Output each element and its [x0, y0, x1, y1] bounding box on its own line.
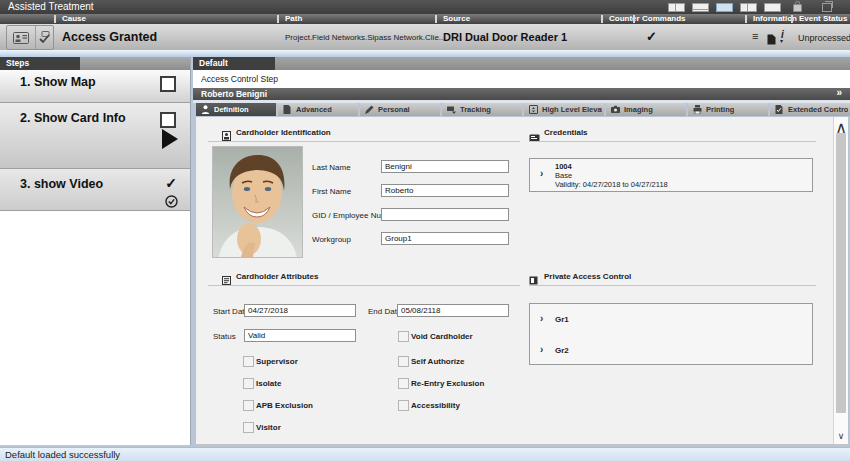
visitor-checkbox[interactable] [243, 422, 254, 433]
step-item-show-map[interactable]: 1. Show Map [0, 70, 190, 103]
layout-blank-icon[interactable] [764, 3, 781, 12]
isolate-label: Isolate [256, 379, 281, 388]
column-separator [745, 15, 747, 23]
workgroup-input[interactable] [381, 232, 509, 245]
cardholder-header-bar: Roberto Benigni » [193, 88, 850, 100]
status-message: Default loaded successfully [5, 449, 120, 460]
pencil-icon [365, 105, 374, 116]
step-item-show-card-info[interactable]: 2. Show Card Info [0, 103, 190, 169]
column-counter: Counter [609, 14, 640, 23]
steps-panel: Steps 1. Show Map 2. Show Card Info 3. s… [0, 57, 191, 445]
access-group-gr2[interactable]: Gr2 [555, 346, 569, 355]
start-date-input[interactable] [244, 304, 356, 317]
layout-single-active-icon[interactable] [716, 3, 733, 12]
credential-card[interactable]: › 1004 Base Validity: 04/27/2018 to 04/2… [529, 158, 813, 192]
supervisor-checkbox[interactable] [243, 356, 254, 367]
layout-bottom-icon[interactable] [692, 3, 709, 12]
tab-printing[interactable]: Printing [688, 103, 768, 116]
tab-extended-control[interactable]: Extended Control [770, 103, 850, 116]
credential-validity: Validity: 04/27/2018 to 04/27/2118 [555, 180, 668, 189]
printer-icon [693, 105, 702, 116]
step-item-show-video[interactable]: 3. show Video ✓ [0, 169, 190, 211]
information-dropdown-icon[interactable]: ▾ [780, 37, 783, 44]
tab-definition[interactable]: Definition [196, 103, 276, 116]
layout-columns-icon[interactable] [740, 3, 757, 12]
self-authorize-checkbox[interactable] [398, 356, 409, 367]
event-type-button[interactable] [6, 25, 54, 50]
private-access-icon [529, 271, 538, 289]
steps-tabstrip: Steps [0, 57, 190, 70]
column-separator [633, 15, 635, 23]
expand-chevron-icon[interactable]: › [540, 313, 543, 324]
cardholder-identification-icon [222, 127, 231, 145]
tab-high-level-elevator[interactable]: High Level Elevator [524, 103, 604, 116]
re-entry-exclusion-checkbox[interactable] [398, 378, 409, 389]
document-icon[interactable] [767, 31, 776, 49]
event-row[interactable]: Access Granted Project.Field Networks.Si… [0, 24, 850, 50]
scroll-down-icon[interactable]: ∨ [834, 431, 848, 443]
isolate-checkbox[interactable] [243, 378, 254, 389]
column-separator [791, 15, 793, 23]
event-source: DRI Dual Door Reader 1 [443, 31, 567, 43]
tab-personal[interactable]: Personal [360, 103, 440, 116]
access-group-gr1[interactable]: Gr1 [555, 315, 569, 324]
expand-chevron-icon[interactable]: › [540, 168, 543, 179]
document-icon [283, 105, 291, 116]
column-path: Path [285, 14, 302, 23]
column-cause: Cause [62, 14, 86, 23]
first-name-input[interactable] [381, 184, 509, 197]
last-name-input[interactable] [381, 160, 509, 173]
window-title: Assisted Treatment [8, 1, 94, 12]
first-name-label: First Name [312, 187, 351, 196]
document-tab-default[interactable]: Default [193, 57, 275, 70]
scroll-up-icon[interactable]: ∧ [834, 118, 848, 130]
column-separator [435, 15, 437, 23]
restore-window-icon[interactable] [822, 3, 832, 12]
section-rule [208, 285, 520, 286]
step-type-row: Access Control Step [193, 70, 850, 89]
status-input[interactable] [244, 329, 356, 342]
supervisor-label: Supervisor [256, 357, 298, 366]
lock-icon[interactable] [793, 4, 802, 12]
column-source: Source [443, 14, 470, 23]
step-checkbox-unchecked[interactable] [160, 112, 176, 128]
check-icon: ✓ [165, 175, 177, 191]
column-event-status: Event Status [799, 14, 847, 23]
credential-profile: Base [555, 171, 668, 180]
layout-split-icon[interactable] [668, 3, 685, 12]
column-commands: Commands [642, 14, 686, 23]
accessibility-label: Accessibility [411, 401, 460, 410]
person-icon [201, 105, 210, 116]
workgroup-label: Workgroup [312, 235, 351, 244]
expand-chevron-icon[interactable]: › [540, 344, 543, 355]
step-label: 1. Show Map [20, 75, 96, 89]
details-list-icon[interactable]: ≡ [752, 30, 758, 42]
id-card-icon [7, 26, 36, 49]
end-date-input[interactable] [397, 304, 509, 317]
section-title-private-access: Private Access Control [544, 272, 631, 281]
title-bar: Assisted Treatment [0, 0, 850, 14]
apb-exclusion-label: APB Exclusion [256, 401, 313, 410]
cardholder-attributes-icon [222, 271, 231, 289]
steps-panel-tab[interactable]: Steps [0, 57, 80, 70]
scrollbar-thumb[interactable] [836, 133, 846, 413]
vertical-scrollbar[interactable]: ∧ ∨ [833, 117, 848, 444]
play-icon[interactable] [162, 129, 178, 149]
accessibility-checkbox[interactable] [398, 400, 409, 411]
command-check-icon[interactable]: ✓ [646, 29, 657, 44]
tab-advanced[interactable]: Advanced [278, 103, 358, 116]
tab-tracking[interactable]: Tracking [442, 103, 522, 116]
definition-tab-content: Cardholder Identification [195, 117, 847, 445]
void-cardholder-checkbox[interactable] [398, 331, 409, 342]
tab-imaging[interactable]: Imaging [606, 103, 686, 116]
apb-exclusion-checkbox[interactable] [243, 400, 254, 411]
step-label: 3. show Video [20, 177, 103, 191]
gid-input[interactable] [381, 208, 509, 221]
application-window: Assisted Treatment Cause Path Source Cou… [0, 0, 850, 461]
document-tabstrip: Default [193, 57, 850, 70]
private-access-box: › Gr1 › Gr2 [529, 303, 813, 365]
step-checkbox-unchecked[interactable] [160, 76, 176, 92]
panel-divider [0, 50, 850, 57]
column-separator [277, 15, 279, 23]
expand-chevron-icon[interactable]: » [836, 87, 842, 98]
